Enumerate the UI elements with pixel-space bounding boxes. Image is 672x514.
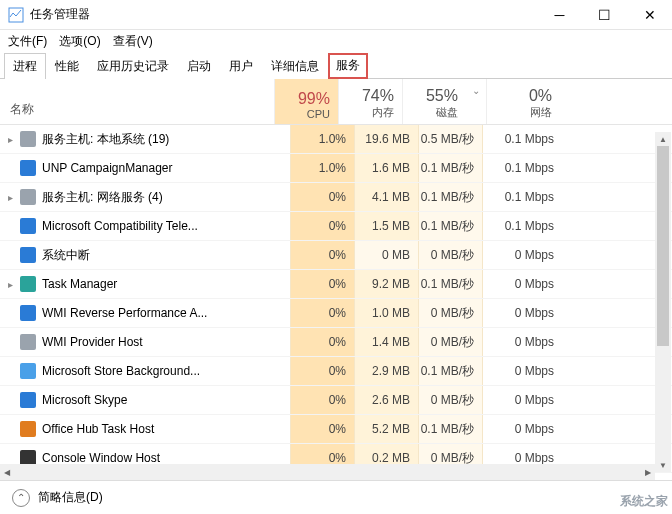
vertical-scrollbar[interactable]: ▲ ▼ — [655, 132, 671, 472]
scroll-up-icon[interactable]: ▲ — [655, 132, 671, 146]
table-row[interactable]: Microsoft Skype0%2.6 MB0 MB/秒0 Mbps — [0, 386, 672, 415]
network-cell: 0.1 Mbps — [482, 154, 562, 182]
memory-cell: 1.5 MB — [354, 212, 418, 240]
process-name: Microsoft Store Background... — [42, 364, 290, 378]
network-cell: 0.1 Mbps — [482, 183, 562, 211]
window-title: 任务管理器 — [30, 6, 537, 23]
fewer-details-button[interactable]: 简略信息(D) — [38, 489, 103, 506]
scroll-right-icon[interactable]: ▶ — [641, 464, 655, 480]
memory-cell: 19.6 MB — [354, 125, 418, 153]
menu-options[interactable]: 选项(O) — [59, 33, 100, 50]
cpu-cell: 0% — [290, 241, 354, 269]
fewer-details-icon[interactable]: ⌃ — [12, 489, 30, 507]
tab-0[interactable]: 进程 — [4, 53, 46, 79]
column-磁盘-header[interactable]: 55%磁盘 — [402, 79, 466, 124]
memory-cell: 5.2 MB — [354, 415, 418, 443]
menu-view[interactable]: 查看(V) — [113, 33, 153, 50]
expand-icon[interactable]: ▸ — [0, 279, 20, 290]
disk-cell: 0.1 MB/秒 — [418, 212, 482, 240]
process-icon — [20, 363, 36, 379]
process-name: 服务主机: 网络服务 (4) — [42, 189, 290, 206]
expand-icon[interactable]: ▸ — [0, 192, 20, 203]
process-name: 系统中断 — [42, 247, 290, 264]
process-icon — [20, 334, 36, 350]
process-icon — [20, 160, 36, 176]
sort-indicator-icon[interactable]: ⌄ — [466, 79, 486, 124]
column-network-header[interactable]: 0% 网络 — [486, 79, 560, 124]
process-icon — [20, 305, 36, 321]
expand-icon[interactable]: ▸ — [0, 134, 20, 145]
minimize-button[interactable]: ─ — [537, 0, 582, 30]
process-name: WMI Reverse Performance A... — [42, 306, 290, 320]
table-row[interactable]: Microsoft Store Background...0%2.9 MB0.1… — [0, 357, 672, 386]
process-icon — [20, 276, 36, 292]
network-percent: 0% — [529, 87, 552, 105]
table-row[interactable]: ▸Task Manager0%9.2 MB0.1 MB/秒0 Mbps — [0, 270, 672, 299]
network-cell: 0 Mbps — [482, 386, 562, 414]
memory-cell: 0 MB — [354, 241, 418, 269]
tab-5[interactable]: 详细信息 — [262, 53, 328, 79]
scroll-left-icon[interactable]: ◀ — [0, 464, 14, 480]
disk-cell: 0.1 MB/秒 — [418, 183, 482, 211]
table-row[interactable]: Microsoft Compatibility Tele...0%1.5 MB0… — [0, 212, 672, 241]
scroll-down-icon[interactable]: ▼ — [655, 458, 671, 472]
network-cell: 0 Mbps — [482, 415, 562, 443]
process-name: UNP CampaignManager — [42, 161, 290, 175]
process-icon — [20, 189, 36, 205]
menubar: 文件(F) 选项(O) 查看(V) — [0, 30, 672, 52]
columns-header: 名称 99%CPU74%内存55%磁盘 ⌄ 0% 网络 — [0, 79, 672, 125]
process-icon — [20, 421, 36, 437]
network-cell: 0 Mbps — [482, 328, 562, 356]
disk-cell: 0.1 MB/秒 — [418, 415, 482, 443]
disk-cell: 0.5 MB/秒 — [418, 125, 482, 153]
column-内存-header[interactable]: 74%内存 — [338, 79, 402, 124]
disk-cell: 0 MB/秒 — [418, 299, 482, 327]
table-row[interactable]: WMI Reverse Performance A...0%1.0 MB0 MB… — [0, 299, 672, 328]
process-name: Microsoft Compatibility Tele... — [42, 219, 290, 233]
process-name: Task Manager — [42, 277, 290, 291]
tab-1[interactable]: 性能 — [46, 53, 88, 79]
tab-3[interactable]: 启动 — [178, 53, 220, 79]
cpu-cell: 0% — [290, 328, 354, 356]
disk-cell: 0.1 MB/秒 — [418, 270, 482, 298]
maximize-button[interactable]: ☐ — [582, 0, 627, 30]
network-cell: 0 Mbps — [482, 299, 562, 327]
titlebar: 任务管理器 ─ ☐ ✕ — [0, 0, 672, 30]
table-row[interactable]: WMI Provider Host0%1.4 MB0 MB/秒0 Mbps — [0, 328, 672, 357]
column-CPU-header[interactable]: 99%CPU — [274, 79, 338, 124]
statusbar: ⌃ 简略信息(D) — [0, 480, 672, 514]
table-row[interactable]: 系统中断0%0 MB0 MB/秒0 Mbps — [0, 241, 672, 270]
menu-file[interactable]: 文件(F) — [8, 33, 47, 50]
process-list[interactable]: ▸服务主机: 本地系统 (19)1.0%19.6 MB0.5 MB/秒0.1 M… — [0, 125, 672, 505]
cpu-cell: 1.0% — [290, 154, 354, 182]
cpu-cell: 0% — [290, 299, 354, 327]
process-icon — [20, 131, 36, 147]
table-row[interactable]: Office Hub Task Host0%5.2 MB0.1 MB/秒0 Mb… — [0, 415, 672, 444]
tab-2[interactable]: 应用历史记录 — [88, 53, 178, 79]
memory-cell: 1.4 MB — [354, 328, 418, 356]
close-button[interactable]: ✕ — [627, 0, 672, 30]
cpu-cell: 0% — [290, 270, 354, 298]
horizontal-scrollbar[interactable]: ◀ ▶ — [0, 464, 655, 480]
network-cell: 0 Mbps — [482, 241, 562, 269]
memory-cell: 1.6 MB — [354, 154, 418, 182]
table-row[interactable]: ▸服务主机: 网络服务 (4)0%4.1 MB0.1 MB/秒0.1 Mbps — [0, 183, 672, 212]
memory-cell: 9.2 MB — [354, 270, 418, 298]
memory-cell: 2.6 MB — [354, 386, 418, 414]
memory-cell: 2.9 MB — [354, 357, 418, 385]
cpu-cell: 0% — [290, 183, 354, 211]
disk-cell: 0 MB/秒 — [418, 328, 482, 356]
table-row[interactable]: ▸服务主机: 本地系统 (19)1.0%19.6 MB0.5 MB/秒0.1 M… — [0, 125, 672, 154]
scroll-thumb[interactable] — [657, 146, 669, 346]
process-name: Console Window Host — [42, 451, 290, 465]
table-row[interactable]: UNP CampaignManager1.0%1.6 MB0.1 MB/秒0.1… — [0, 154, 672, 183]
cpu-cell: 0% — [290, 212, 354, 240]
cpu-cell: 0% — [290, 415, 354, 443]
tab-6[interactable]: 服务 — [328, 53, 368, 79]
process-icon — [20, 247, 36, 263]
disk-cell: 0 MB/秒 — [418, 386, 482, 414]
column-name-header[interactable]: 名称 — [0, 79, 274, 124]
tab-bar: 进程性能应用历史记录启动用户详细信息服务 — [0, 52, 672, 79]
tab-4[interactable]: 用户 — [220, 53, 262, 79]
process-name: WMI Provider Host — [42, 335, 290, 349]
